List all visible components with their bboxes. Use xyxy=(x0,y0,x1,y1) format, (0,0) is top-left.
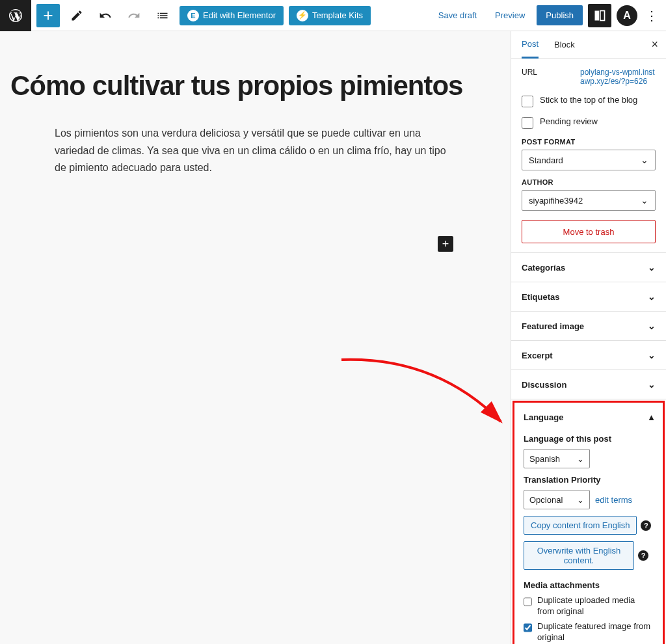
wordpress-logo[interactable] xyxy=(0,0,31,31)
chevron-down-icon: ⌄ xyxy=(641,155,648,165)
save-draft-button[interactable]: Save draft xyxy=(432,7,483,24)
priority-select[interactable]: Opcional⌄ xyxy=(524,490,590,509)
accordion-excerpt[interactable]: Excerpt⌄ xyxy=(511,341,666,370)
accordion-categorias[interactable]: Categorías⌄ xyxy=(511,253,666,282)
stick-top-checkbox[interactable]: Stick to the top of the blog xyxy=(522,95,656,107)
svg-rect-1 xyxy=(600,10,605,20)
redo-icon[interactable] xyxy=(122,4,146,27)
language-header[interactable]: Language xyxy=(524,412,563,422)
more-options-icon[interactable]: ⋮ xyxy=(643,8,661,23)
insert-block-icon[interactable]: + xyxy=(438,236,453,252)
tab-post[interactable]: Post xyxy=(522,31,539,59)
copy-content-button[interactable]: Copy content from English xyxy=(524,516,637,535)
help-icon[interactable]: ? xyxy=(641,520,651,531)
list-view-icon[interactable] xyxy=(151,4,174,27)
preview-button[interactable]: Preview xyxy=(488,7,531,24)
duplicate-featured-checkbox[interactable]: Duplicate featured image from original xyxy=(524,621,654,643)
accordion-etiquetas[interactable]: Etiquetas⌄ xyxy=(511,282,666,312)
settings-panel-icon[interactable] xyxy=(588,4,611,27)
post-title[interactable]: Cómo cultivar tus propios pimientos xyxy=(10,70,500,101)
chevron-down-icon: ⌄ xyxy=(648,379,656,390)
post-body[interactable]: Los pimientos son una verdura deliciosa … xyxy=(55,125,458,176)
tab-block[interactable]: Block xyxy=(554,32,575,57)
svg-rect-0 xyxy=(595,10,600,20)
translation-priority-label: Translation Priority xyxy=(524,475,654,485)
edit-mode-icon[interactable] xyxy=(65,4,88,27)
duplicate-media-checkbox[interactable]: Duplicate uploaded media from original xyxy=(524,595,654,617)
editor-canvas[interactable]: Cómo cultivar tus propios pimientos Los … xyxy=(0,31,511,644)
chevron-down-icon: ⌄ xyxy=(648,350,656,360)
author-select[interactable]: siyapifihe3942⌄ xyxy=(522,190,656,211)
overwrite-content-button[interactable]: Overwrite with English content. xyxy=(524,541,634,570)
post-format-select[interactable]: Standard⌄ xyxy=(522,150,656,170)
add-block-button[interactable] xyxy=(36,4,60,27)
language-select[interactable]: Spanish⌄ xyxy=(524,449,590,468)
language-of-post-label: Language of this post xyxy=(524,434,654,444)
accordion-discussion[interactable]: Discussion⌄ xyxy=(511,370,666,399)
close-icon[interactable]: × xyxy=(651,38,658,51)
chevron-down-icon: ⌄ xyxy=(641,195,648,206)
chevron-down-icon: ⌄ xyxy=(648,291,656,302)
url-label: URL xyxy=(522,68,580,77)
chevron-down-icon: ⌄ xyxy=(648,321,656,331)
media-attachments-label: Media attachments xyxy=(524,580,654,590)
move-to-trash-button[interactable]: Move to trash xyxy=(522,220,656,243)
caret-up-icon[interactable]: ▴ xyxy=(649,412,654,422)
chevron-down-icon: ⌄ xyxy=(577,454,584,464)
language-panel: Language▴ Language of this post Spanish⌄… xyxy=(513,401,665,644)
settings-sidebar: Post Block × URL polylang-vs-wpml.instaw… xyxy=(511,31,666,644)
author-label: AUTHOR xyxy=(522,178,656,186)
top-toolbar: EEdit with Elementor ⚡Template Kits Save… xyxy=(0,0,666,31)
url-value[interactable]: polylang-vs-wpml.instawp.xyz/es/?p=626 xyxy=(580,68,656,86)
pending-review-checkbox[interactable]: Pending review xyxy=(522,116,656,129)
publish-button[interactable]: Publish xyxy=(537,5,583,25)
chevron-down-icon: ⌄ xyxy=(648,262,656,273)
annotation-arrow xyxy=(338,350,520,441)
undo-icon[interactable] xyxy=(94,4,117,27)
post-format-label: POST FORMAT xyxy=(522,138,656,146)
template-kits-button[interactable]: ⚡Template Kits xyxy=(289,6,371,25)
app-icon[interactable]: A xyxy=(617,5,637,26)
edit-elementor-button[interactable]: EEdit with Elementor xyxy=(180,6,284,25)
accordion-featured-image[interactable]: Featured image⌄ xyxy=(511,312,666,341)
edit-terms-link[interactable]: edit terms xyxy=(595,495,632,505)
help-icon[interactable]: ? xyxy=(638,550,648,561)
chevron-down-icon: ⌄ xyxy=(577,495,584,505)
